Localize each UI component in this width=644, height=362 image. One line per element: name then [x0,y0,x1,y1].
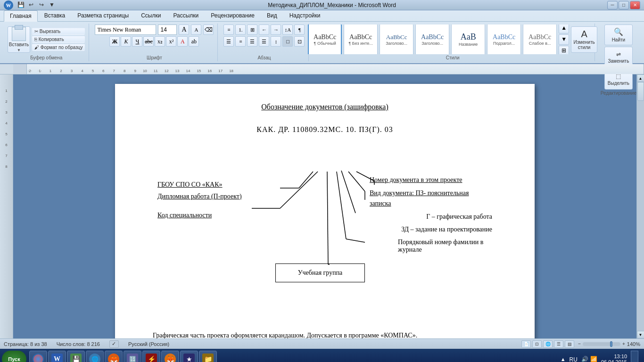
cut-button[interactable]: ✂ Вырезать [32,28,85,35]
taskbar-app-word[interactable]: W [48,351,66,362]
paste-button[interactable]: Вставить ▼ [8,26,30,53]
change-styles-icon: A [581,29,587,40]
style-heading2[interactable]: AaBbCc Заголово... [415,25,449,54]
styles-group: AaBbCc ¶ Обычный AaBbCc ¶ Без инте... Aa… [311,24,594,61]
styles-expand-button[interactable]: ⊞ [559,46,569,55]
start-button[interactable]: Пуск [2,351,26,362]
sort-button[interactable]: ↕A [282,25,293,35]
show-marks-button[interactable]: ¶ [294,25,305,35]
show-desktop-button[interactable] [631,351,638,362]
undo-qat-button[interactable]: ↩ [26,0,36,10]
redo-qat-button[interactable]: ↪ [37,0,46,10]
bold-button[interactable]: Ж [109,36,120,47]
taskbar-app-calc[interactable]: 🔢 [124,351,141,362]
bullet-list-button[interactable]: ≡ [223,25,234,35]
taskbar-app-chrome[interactable] [29,351,47,362]
align-center-button[interactable]: ≡ [235,36,246,47]
styles-scroll-down-button[interactable]: ▼ [559,34,569,45]
zoom-control[interactable]: − + 140% [578,341,640,347]
tab-layout[interactable]: Разметка страницы [72,10,134,21]
multilevel-list-button[interactable]: ⊞ [247,25,257,35]
taskbar-app-fox2[interactable]: 🦊 [161,351,179,362]
subscript-button[interactable]: x₂ [155,36,165,47]
word-taskbar-icon: W [51,354,63,362]
zoom-slider-thumb[interactable] [610,341,612,347]
tab-mailings[interactable]: Рассылки [167,10,204,21]
scroll-up-button[interactable]: ▲ [637,74,644,82]
underline-button[interactable]: Ч [132,36,142,47]
full-screen-view-button[interactable]: ⊡ [532,340,542,348]
highlight-button[interactable]: ab [189,36,199,47]
line-spacing-button[interactable]: ↕ [271,36,281,47]
zoom-in-icon[interactable]: + [622,341,625,346]
word-logo-icon: W [4,0,13,10]
taskbar-app-star[interactable]: ★ [180,351,198,362]
scroll-down-button[interactable]: ▼ [637,331,644,338]
scrollbar-thumb[interactable] [637,82,644,101]
qat-dropdown-button[interactable]: ▼ [47,0,57,10]
horizontal-ruler: ·2· ·1· 1 2 3 4 5 6 7 8 9 10 11 12 13 14… [26,64,644,74]
document-bottom-text: Графическая часть проекта оформляется ка… [153,332,497,338]
scrollbar-track[interactable] [637,82,644,331]
close-button[interactable]: ✕ [630,1,640,9]
justify-button[interactable]: ☰ [259,36,269,47]
tab-review[interactable]: Рецензирование [205,10,260,21]
style-heading1[interactable]: AaBbCc Заголово... [380,25,413,54]
vertical-scrollbar[interactable]: ▲ ▼ [636,74,644,338]
web-view-button[interactable]: 🌐 [543,340,553,348]
clear-format-button[interactable]: ⌫ [203,25,214,35]
taskbar-app-save[interactable]: 💾 [67,351,85,362]
align-right-button[interactable]: ☰ [247,36,257,47]
taskbar-app-fire[interactable]: 🦊 [105,351,123,362]
italic-button[interactable]: К [121,36,131,47]
font-label: Шрифт [147,54,162,60]
tab-addins[interactable]: Надстройки [284,10,326,21]
strikethrough-button[interactable]: abc [143,36,154,47]
vertical-ruler: 1 2 3 4 5 6 7 8 [0,74,13,338]
find-button[interactable]: 🔍 Найти [604,25,633,45]
tab-references[interactable]: Ссылки [135,10,166,21]
tab-insert[interactable]: Вставка [39,10,71,21]
align-left-button[interactable]: ☰ [223,36,234,47]
style-subtitle-preview: AaBbCc [493,33,515,41]
paragraph-group: ≡ 1. ⊞ ← → ↕A ¶ ☰ ≡ ☰ ☰ ↕ □ ⊡ [220,24,309,61]
border-button[interactable]: ⊡ [294,36,305,47]
change-styles-button[interactable]: A Изменить стили [571,26,597,53]
taskbar-app-red[interactable]: ⚡ [142,351,160,362]
taskbar-app-browser[interactable]: 🌐 [86,351,104,362]
copy-button[interactable]: ⎘ Копировать [32,36,85,43]
decrease-font-button[interactable]: A [191,25,201,35]
zoom-out-icon[interactable]: − [578,341,581,346]
font-color-button[interactable]: A [177,36,188,47]
maximize-button[interactable]: □ [619,1,629,9]
page-info: Страница: 8 из 38 [4,341,47,347]
style-no-spacing[interactable]: AaBbCc ¶ Без инте... [344,25,378,54]
draft-view-button[interactable]: ▤ [565,340,574,348]
style-title[interactable]: AаB Название [451,25,485,54]
font-size-input[interactable]: 14 [158,25,177,35]
decrease-indent-button[interactable]: ← [259,25,269,35]
zoom-slider-track[interactable] [583,342,620,346]
minimize-button[interactable]: ─ [607,1,618,9]
save-qat-button[interactable]: 💾 [16,0,25,10]
style-subtitle[interactable]: AaBbCc Подзагол... [487,25,521,54]
format-painter-button[interactable]: 🖌 Формат по образцу [32,44,85,51]
font-name-input[interactable]: Times New Roman [95,25,156,35]
numbered-list-button[interactable]: 1. [235,25,246,35]
document-scroll-area[interactable]: Обозначение документов (зашифровка) КАК.… [13,74,636,338]
shading-button[interactable]: □ [282,36,293,47]
taskbar-app-folder[interactable]: 📁 [199,351,217,362]
outline-view-button[interactable]: ☰ [554,340,563,348]
styles-scroll-up-button[interactable]: ▲ [559,25,569,33]
superscript-button[interactable]: x² [166,36,176,47]
font-group-content: Times New Roman 14 A A ⌫ Ж К Ч abc x₂ x²… [95,25,214,54]
print-view-button[interactable]: 📄 [521,340,531,348]
style-normal[interactable]: AaBbCc ¶ Обычный [308,25,342,54]
document-title: Обозначение документов (зашифровка) [153,103,497,111]
tab-view[interactable]: Вид [261,10,283,21]
increase-font-button[interactable]: A [179,25,189,35]
increase-indent-button[interactable]: → [271,25,281,35]
volume-network: 🔊 📶 [581,356,597,362]
style-weak[interactable]: AaBbCc Слабое в... [523,25,557,54]
tab-home[interactable]: Главная [4,10,38,22]
